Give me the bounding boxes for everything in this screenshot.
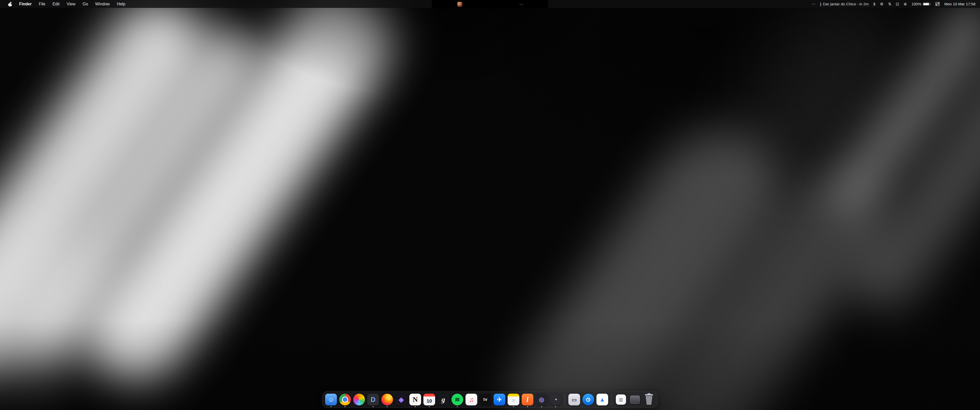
goodnotes-icon: g <box>438 394 449 405</box>
clock-icon: ◔ <box>550 394 562 405</box>
menu-go[interactable]: Go <box>79 0 92 8</box>
notes-glyph: ≡ <box>512 398 515 404</box>
display-settings-icon: ▭ <box>568 394 580 405</box>
running-indicator <box>345 406 345 407</box>
menu-bar-status: ⋯ | Dar jantar do Chico - in 2m $ ⚙ ⇅ ⊡ … <box>811 0 975 8</box>
trash-icon <box>644 393 654 406</box>
wallpaper-vignette <box>0 0 980 410</box>
dock-app-calendar[interactable]: 10 <box>423 393 435 407</box>
menu-bar: Finder File Edit View Go Window Help ⋯ ⋯… <box>0 0 980 8</box>
music-icon: ♫ <box>466 394 477 405</box>
document-file-icon: ≣ <box>616 394 626 405</box>
running-indicator <box>372 406 374 407</box>
desktop: Finder File Edit View Go Window Help ⋯ ⋯… <box>0 0 980 410</box>
menu-view[interactable]: View <box>63 0 79 8</box>
obsidian-glyph: ◆ <box>399 396 404 403</box>
menu-file[interactable]: File <box>35 0 49 8</box>
dock-app-music[interactable]: ♫ <box>466 393 477 407</box>
menu-bar-clock[interactable]: Mon 10 Mar 17:58 <box>944 2 975 6</box>
dock-app-spotify[interactable]: ≋ <box>452 393 463 407</box>
dock-app-discord[interactable]: D <box>367 393 379 407</box>
finder-glyph: ☺ <box>328 396 334 403</box>
wallpaper <box>0 0 980 410</box>
dock-app-flighty[interactable]: ✈ <box>493 393 505 407</box>
dock-trash[interactable] <box>643 393 655 407</box>
running-indicator <box>527 406 528 407</box>
apple-logo-icon <box>8 2 12 6</box>
spotify-icon: ≋ <box>452 394 463 405</box>
tv-glyph: tv <box>484 397 487 402</box>
event-indicator: | <box>820 2 821 6</box>
finder-icon: ☺ <box>325 394 337 405</box>
dock-app-obsidian[interactable]: ◆ <box>395 393 407 407</box>
event-text: Dar jantar do Chico - in 2m <box>823 2 869 6</box>
calendar-event[interactable]: | Dar jantar do Chico - in 2m <box>820 2 869 6</box>
1password-icon: ⊙ <box>582 394 594 405</box>
flighty-glyph: ✈ <box>497 397 502 403</box>
running-indicator <box>331 406 331 407</box>
minimized-window-icon <box>630 396 640 404</box>
document-file-glyph: ≣ <box>619 397 623 402</box>
dock-app-screen-studio[interactable]: ◎ <box>536 393 547 407</box>
menu-window[interactable]: Window <box>92 0 113 8</box>
dock-app-google-drive[interactable]: ▲ <box>597 393 608 407</box>
running-indicator <box>457 406 458 407</box>
dock-app-tv[interactable]: tv <box>479 393 491 407</box>
dock-app-photos[interactable] <box>353 393 365 407</box>
dock-app-1password[interactable]: ⊙ <box>582 393 594 407</box>
screen-studio-glyph: ◎ <box>539 397 544 403</box>
control-center-icon[interactable] <box>935 2 940 6</box>
dock: ☺ D ◆ N 10 g <box>322 391 658 408</box>
running-indicator <box>513 406 514 407</box>
1password-glyph: ⊙ <box>586 397 590 403</box>
display-icon[interactable]: ⊡ <box>896 2 899 6</box>
pencil-editor-glyph: / <box>527 396 528 403</box>
running-indicator <box>415 406 416 407</box>
apple-menu[interactable] <box>5 0 16 8</box>
dock-document-file[interactable]: ≣ <box>615 393 627 407</box>
clock-glyph: ◔ <box>554 397 557 403</box>
dock-app-notion[interactable]: N <box>409 393 421 407</box>
battery-status[interactable]: 100% <box>912 2 931 6</box>
now-playing-art[interactable] <box>457 2 463 7</box>
discord-glyph: D <box>371 396 375 403</box>
tv-icon: tv <box>479 394 491 405</box>
globe-icon[interactable]: ⊕ <box>904 2 907 6</box>
dock-minimized-window[interactable] <box>629 393 641 407</box>
currency-icon[interactable]: $ <box>873 2 875 6</box>
arrows-icon[interactable]: ⇅ <box>888 2 891 6</box>
app-menu-finder[interactable]: Finder <box>16 0 35 8</box>
menu-edit[interactable]: Edit <box>49 0 63 8</box>
firefox-icon <box>381 394 393 405</box>
goodnotes-glyph: g <box>442 396 445 403</box>
obsidian-icon: ◆ <box>395 394 407 405</box>
dock-app-display-settings[interactable]: ▭ <box>568 393 580 407</box>
dock-app-finder[interactable]: ☺ <box>325 393 337 407</box>
battery-icon <box>923 2 930 6</box>
spotify-glyph: ≋ <box>455 396 460 403</box>
gear-icon[interactable]: ⚙ <box>880 2 883 6</box>
calendar-glyph: 10 <box>426 399 432 404</box>
menu-bar-left: Finder File Edit View Go Window Help <box>5 0 129 8</box>
screen-studio-icon: ◎ <box>536 394 547 405</box>
running-indicator <box>387 406 388 407</box>
menu-help[interactable]: Help <box>113 0 129 8</box>
google-drive-icon: ▲ <box>597 394 608 405</box>
battery-nub <box>930 3 931 5</box>
dock-app-pencil-editor[interactable]: / <box>522 393 533 407</box>
menubar-more-icon[interactable]: ⋯ <box>811 2 815 6</box>
battery-percent: 100% <box>912 2 921 6</box>
google-drive-glyph: ▲ <box>599 396 605 403</box>
dock-app-notes[interactable]: ≡ <box>508 393 519 407</box>
dock-app-goodnotes[interactable]: g <box>438 393 449 407</box>
dock-separator <box>611 393 612 406</box>
pencil-editor-icon: / <box>522 394 533 405</box>
dock-app-firefox[interactable] <box>381 393 393 407</box>
notch: ⋯ <box>432 0 548 8</box>
dock-app-chrome[interactable] <box>339 393 351 407</box>
dock-app-clock[interactable]: ◔ <box>550 393 562 407</box>
display-settings-glyph: ▭ <box>572 397 577 402</box>
running-indicator <box>429 406 430 407</box>
notch-more-icon[interactable]: ⋯ <box>519 2 524 6</box>
discord-icon: D <box>367 394 379 405</box>
